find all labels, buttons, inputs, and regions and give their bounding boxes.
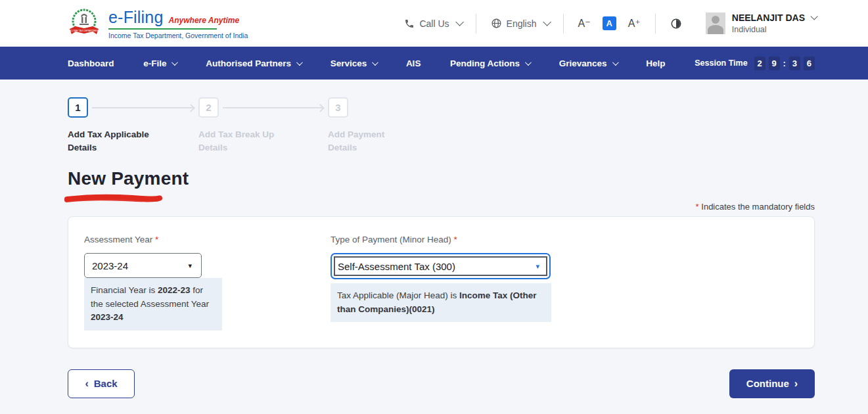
call-us-label: Call Us xyxy=(419,18,449,29)
payment-type-value: Self-Assessment Tax (300) xyxy=(338,261,455,272)
step-arrow xyxy=(92,107,194,108)
font-normal-button[interactable]: A xyxy=(603,16,616,30)
step-2-indicator: 2 xyxy=(198,97,219,118)
session-digit: 9 xyxy=(769,57,780,70)
brand-tagline: Anywhere Anytime xyxy=(169,16,240,25)
language-label: English xyxy=(507,18,537,29)
chevron-down-icon xyxy=(612,59,619,66)
chevron-down-icon xyxy=(810,12,817,20)
font-decrease-button[interactable]: A⁻ xyxy=(578,17,591,30)
dropdown-caret-icon: ▾ xyxy=(188,262,192,270)
session-digit: 3 xyxy=(789,57,800,70)
chevron-down-icon xyxy=(296,59,303,66)
back-button[interactable]: ‹ Back xyxy=(68,369,135,398)
header-divider xyxy=(476,14,476,34)
chevron-left-icon: ‹ xyxy=(85,378,88,390)
tax-applicable-info: Tax Applicable (Major Head) is Income Ta… xyxy=(331,283,551,322)
tax-applicable-form-card: Assessment Year * 2023-24 ▾ Financial Ye… xyxy=(68,216,815,348)
chevron-right-icon: › xyxy=(794,378,798,390)
step-1-label: Add Tax Applicable Details xyxy=(68,128,163,154)
continue-button[interactable]: Continue › xyxy=(729,369,815,398)
session-digit: 6 xyxy=(804,57,815,70)
user-role: Individual xyxy=(732,25,815,34)
nav-dashboard[interactable]: Dashboard xyxy=(68,58,114,68)
contrast-icon xyxy=(670,18,682,30)
contrast-toggle[interactable] xyxy=(670,18,682,30)
wizard-actions: ‹ Back Continue › xyxy=(68,369,815,398)
main-content: 1 2 3 Add Tax Applicable Details Add Tax… xyxy=(0,80,868,414)
chevron-down-icon xyxy=(171,59,178,66)
logo-text: e-Filing Anywhere Anytime Income Tax Dep… xyxy=(108,8,248,39)
nav-help[interactable]: Help xyxy=(646,58,665,68)
financial-year-info: Financial Year is 2022-23 for the select… xyxy=(84,278,222,331)
site-logo[interactable]: INCOME TAX DEPARTMENT e-Filing Anywhere … xyxy=(68,7,248,41)
session-digit: 2 xyxy=(754,57,765,70)
assessment-year-label: Assessment Year * xyxy=(84,235,222,244)
step-3-label: Add Payment Details xyxy=(328,128,403,154)
session-separator: : xyxy=(783,58,786,68)
nav-authorised-partners[interactable]: Authorised Partners xyxy=(206,58,301,68)
header-divider xyxy=(655,14,656,34)
logo-subtitle: Income Tax Department, Government of Ind… xyxy=(108,32,248,39)
dropdown-caret-icon: ▾ xyxy=(536,262,539,271)
logo-divider xyxy=(108,28,217,30)
avatar xyxy=(706,12,725,34)
call-us-menu[interactable]: Call Us xyxy=(404,18,461,29)
font-size-controls: A⁻ A A⁺ xyxy=(578,16,641,30)
svg-text:INCOME TAX DEPARTMENT: INCOME TAX DEPARTMENT xyxy=(68,29,100,32)
session-timer-label: Session Time xyxy=(695,58,747,68)
chevron-down-icon xyxy=(455,18,464,26)
header-divider xyxy=(563,14,564,34)
user-name: NEELANJIT DAS xyxy=(732,12,805,23)
mandatory-fields-note: * Indicates the mandatory fields xyxy=(68,202,815,212)
chevron-down-icon xyxy=(525,59,532,66)
page-title: New Payment xyxy=(68,168,815,189)
nav-e-file[interactable]: e-File xyxy=(143,58,176,68)
font-increase-button[interactable]: A⁺ xyxy=(628,17,641,30)
step-arrow xyxy=(223,107,324,108)
nav-grievances[interactable]: Grievances xyxy=(559,58,617,68)
brand-name: e-Filing xyxy=(108,8,164,27)
phone-icon xyxy=(404,18,415,29)
income-tax-emblem-icon: INCOME TAX DEPARTMENT xyxy=(68,7,101,41)
nav-ais[interactable]: AIS xyxy=(406,58,421,68)
payment-type-select[interactable]: Self-Assessment Tax (300) ▾ xyxy=(331,253,551,279)
chevron-down-icon xyxy=(372,59,378,66)
header-utilities: Call Us English A⁻ A A⁺ xyxy=(404,12,815,34)
step-3-indicator: 3 xyxy=(328,97,348,118)
assessment-year-value: 2023-24 xyxy=(92,260,128,271)
assessment-year-select[interactable]: 2023-24 ▾ xyxy=(84,253,202,278)
nav-pending-actions[interactable]: Pending Actions xyxy=(450,58,530,68)
globe-icon xyxy=(491,18,502,29)
payment-type-field: Type of Payment (Minor Head) * Self-Asse… xyxy=(331,235,551,322)
step-1-indicator: 1 xyxy=(68,97,88,118)
step-2-label: Add Tax Break Up Details xyxy=(198,128,294,154)
user-menu[interactable]: NEELANJIT DAS Individual xyxy=(706,12,815,34)
user-info: NEELANJIT DAS Individual xyxy=(732,12,815,34)
main-navbar: Dashboard e-File Authorised Partners Ser… xyxy=(0,47,868,80)
payment-wizard-stepper: 1 2 3 Add Tax Applicable Details Add Tax… xyxy=(68,97,436,151)
assessment-year-field: Assessment Year * 2023-24 ▾ Financial Ye… xyxy=(84,235,222,331)
top-header: INCOME TAX DEPARTMENT e-Filing Anywhere … xyxy=(0,0,868,47)
chevron-down-icon xyxy=(543,18,551,26)
efiling-portal-screen: INCOME TAX DEPARTMENT e-Filing Anywhere … xyxy=(0,0,868,414)
nav-services[interactable]: Services xyxy=(331,58,377,68)
payment-type-label: Type of Payment (Minor Head) * xyxy=(331,235,551,244)
session-timer: Session Time 2 9 : 3 6 xyxy=(695,57,815,70)
language-menu[interactable]: English xyxy=(491,18,549,29)
